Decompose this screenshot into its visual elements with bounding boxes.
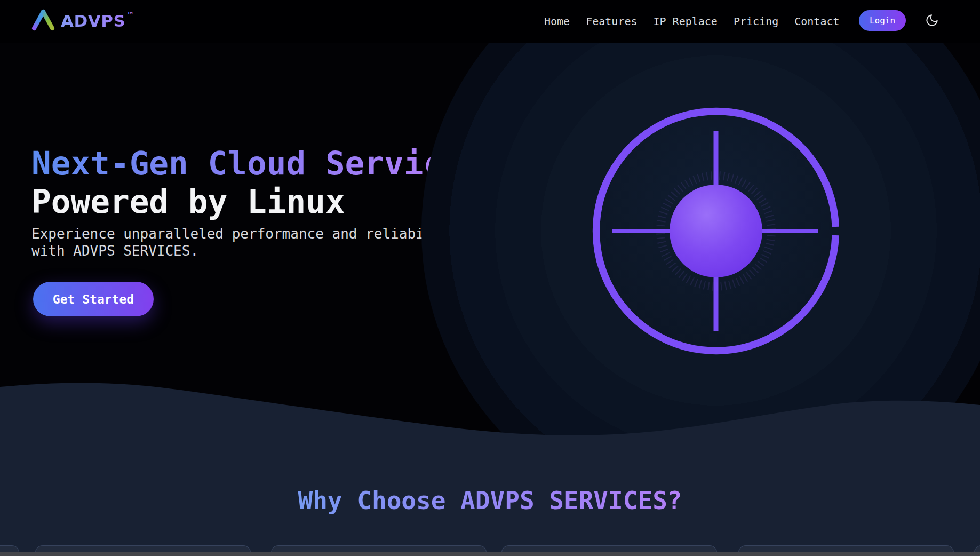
nav-item-features[interactable]: Features <box>586 15 637 28</box>
features-section-heading: Why Choose ADVPS SERVICES? <box>0 487 980 514</box>
login-button[interactable]: Login <box>859 10 906 31</box>
wave-divider <box>0 320 980 556</box>
triangle-logo-icon <box>31 9 55 32</box>
moon-icon <box>925 13 939 27</box>
nav-item-contact[interactable]: Contact <box>794 15 839 28</box>
theme-toggle-button[interactable] <box>924 13 940 29</box>
nav-item-home[interactable]: Home <box>544 15 570 28</box>
main-nav: Home Features IP Replace Pricing Contact <box>544 0 840 43</box>
hero-subtitle: Experience unparalleled performance and … <box>31 225 457 259</box>
hero-title-line2: Powered by Linux <box>31 185 345 219</box>
brand-logo[interactable]: ADVPS ™ <box>31 9 134 33</box>
landing-page: ADVPS ™ Home Features IP Replace Pricing… <box>0 0 980 556</box>
get-started-button[interactable]: Get Started <box>33 282 154 316</box>
hero-title-line1: Next-Gen Cloud Services <box>31 146 482 180</box>
nav-item-pricing[interactable]: Pricing <box>734 15 778 28</box>
brand-name: ADVPS <box>61 9 125 33</box>
nav-item-ip-replace[interactable]: IP Replace <box>654 15 718 28</box>
bottom-edge-strip <box>0 552 980 556</box>
navbar: ADVPS ™ Home Features IP Replace Pricing… <box>0 0 980 43</box>
brand-trademark: ™ <box>126 11 134 18</box>
